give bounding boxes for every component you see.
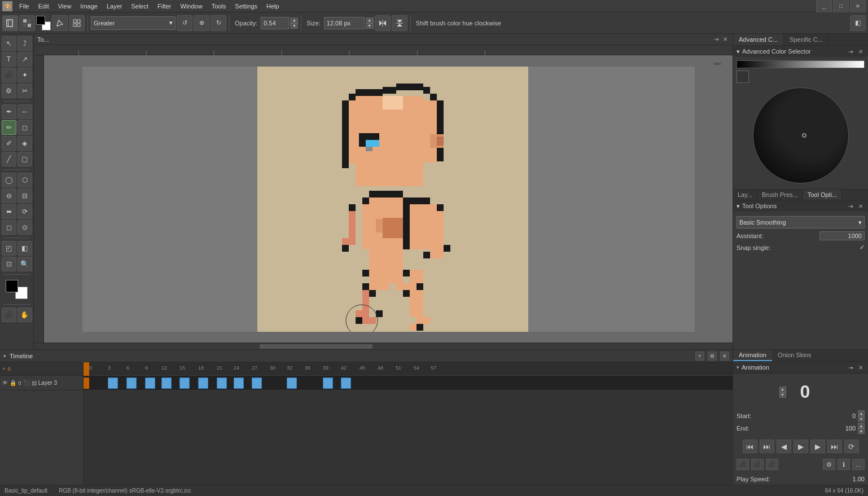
window-minimize-btn[interactable]: _ — [816, 0, 832, 14]
tool-transform2[interactable]: ⬛ — [2, 308, 16, 322]
loop-btn[interactable]: ⟳ — [844, 440, 859, 453]
tool-calligraphy[interactable]: ↔ — [17, 104, 32, 119]
tool-rect-select[interactable]: ▢ — [17, 152, 32, 166]
menu-edit[interactable]: Edit — [34, 2, 54, 11]
tool-filter[interactable]: ⚙ — [2, 84, 16, 98]
anim-more-icon[interactable]: … — [852, 459, 865, 470]
start-spinner[interactable]: ▲ ▼ — [858, 410, 865, 422]
tool-line[interactable]: ╱ — [2, 152, 16, 166]
advanced-color-section-header[interactable]: ▾ Advanced Color Selector ⇥ ✕ — [733, 46, 868, 57]
tool-move[interactable]: ⬌ — [2, 204, 16, 219]
gradient-bar[interactable] — [737, 60, 865, 68]
panel-toggle-btn[interactable]: ◧ — [850, 15, 866, 31]
color-section-expand[interactable]: ⇥ — [847, 47, 854, 55]
menu-select[interactable]: Select — [126, 2, 153, 11]
size-spinner[interactable]: ▲ ▼ — [366, 17, 374, 29]
layer-lock-icon[interactable]: 🔒 — [10, 380, 16, 386]
menu-file[interactable]: File — [15, 2, 34, 11]
tool-rect-ellipse[interactable]: ◻ — [2, 220, 16, 235]
keyframe-21[interactable] — [217, 378, 227, 389]
menu-settings[interactable]: Settings — [230, 2, 262, 11]
anim-expand-btn[interactable]: ⇥ — [847, 363, 854, 371]
timeline-close-btn[interactable]: ✕ — [720, 352, 729, 361]
start-down-btn[interactable]: ▼ — [858, 416, 865, 422]
tool-options-close[interactable]: ✕ — [857, 202, 865, 210]
canvas-scrollbar-h[interactable] — [34, 343, 733, 349]
menu-image[interactable]: Image — [76, 2, 102, 11]
reset-btn[interactable]: ↺ — [177, 15, 192, 31]
keyframe-24[interactable] — [234, 378, 244, 389]
go-end-btn[interactable]: ⏭ — [827, 440, 842, 453]
tool-pencil[interactable]: ✐ — [2, 136, 16, 151]
color-swatch-button[interactable] — [737, 71, 749, 83]
assistant-input[interactable] — [819, 231, 865, 240]
canvas-float-btn[interactable]: ⇥ — [712, 36, 720, 43]
foreground-color[interactable] — [6, 280, 18, 292]
tool-hand[interactable]: ✋ — [17, 308, 32, 322]
tool-transform[interactable]: ✂ — [17, 84, 32, 98]
sub-tab-brush-presets[interactable]: Brush Pres... — [757, 190, 803, 200]
menu-view[interactable]: View — [54, 2, 76, 11]
tool-polygon[interactable]: ⬡ — [17, 173, 32, 187]
tool-select-freehand[interactable]: ⤴ — [17, 36, 32, 51]
timeline-settings-btn[interactable]: ⚙ — [708, 352, 717, 361]
anim-info-icon[interactable]: ℹ — [838, 459, 850, 470]
color-pair[interactable] — [1, 280, 32, 299]
snap-check[interactable]: ✓ — [860, 244, 865, 251]
opacity-down-btn[interactable]: ▼ — [290, 23, 298, 29]
size-input[interactable] — [324, 17, 365, 29]
color-wheel[interactable] — [753, 87, 849, 183]
anim-add-layer-btn[interactable]: ⬛ — [737, 459, 749, 470]
sub-tab-layers[interactable]: Lay... — [733, 190, 757, 200]
frame-add-btn[interactable]: + — [2, 366, 8, 372]
flip-v-btn[interactable] — [392, 15, 407, 31]
tab-animation[interactable]: Animation — [733, 350, 772, 361]
layer-group-icon[interactable]: ▤ — [32, 380, 37, 386]
menu-layer[interactable]: Layer — [102, 2, 127, 11]
opacity-up-btn[interactable]: ▲ — [290, 17, 298, 23]
tool-zoom[interactable]: 🔍 — [17, 257, 32, 271]
frame-fwd-btn[interactable]: ▶ — [810, 440, 825, 453]
anim-delete-btn[interactable]: ⬛ — [766, 459, 778, 470]
tool-options-section-header[interactable]: ▾ Tool Options ⇥ ✕ — [733, 200, 868, 212]
color-section-close[interactable]: ✕ — [857, 47, 865, 55]
opacity-spinner[interactable]: ▲ ▼ — [290, 17, 298, 29]
tool-eraser[interactable]: ◻ — [17, 120, 32, 135]
tool-reference[interactable]: ⊟ — [17, 188, 32, 203]
size-up-btn[interactable]: ▲ — [366, 17, 374, 23]
opacity-input[interactable] — [261, 17, 289, 29]
size-down-btn[interactable]: ▼ — [366, 23, 374, 29]
art-canvas[interactable] — [257, 69, 528, 329]
flip-h-btn[interactable] — [375, 15, 391, 31]
timeline-frames[interactable]: 0 3 6 9 12 15 18 21 24 27 30 33 36 39 42… — [84, 362, 733, 485]
anim-settings-icon[interactable]: ⚙ — [823, 459, 835, 470]
tab-specific-color[interactable]: Specific C... — [784, 34, 829, 45]
keyframe-0[interactable] — [84, 378, 89, 389]
keyframe-33[interactable] — [287, 378, 297, 389]
tool-brush[interactable]: ✏ — [2, 120, 16, 135]
tool-color-sel[interactable]: ◰ — [2, 241, 16, 256]
tool-magic-wand[interactable]: ◧ — [17, 241, 32, 256]
anim-close-btn[interactable]: ✕ — [857, 363, 865, 371]
refresh-btn[interactable]: ↻ — [211, 15, 226, 31]
tool-text[interactable]: T — [2, 52, 16, 67]
sub-tab-tool-options[interactable]: Tool Opti... — [803, 190, 843, 200]
menu-tools[interactable]: Tools — [207, 2, 231, 11]
end-up-btn[interactable]: ▲ — [858, 423, 865, 428]
end-spinner[interactable]: ▲ ▼ — [858, 423, 865, 434]
keyframe-39[interactable] — [323, 378, 333, 389]
center-btn[interactable]: ⊕ — [194, 15, 209, 31]
window-close-btn[interactable]: ✕ — [850, 0, 866, 14]
anim-copy-btn[interactable]: ⬛ — [751, 459, 764, 470]
tool-path[interactable]: ✒ — [2, 104, 16, 119]
start-up-btn[interactable]: ▲ — [858, 410, 865, 416]
menu-window[interactable]: Window — [176, 2, 207, 11]
color-picker-btn[interactable] — [52, 15, 68, 31]
tool-fill[interactable]: ⬛ — [2, 68, 16, 82]
tab-onion-skins[interactable]: Onion Skins — [772, 350, 817, 361]
prev-frame-btn[interactable]: ⏭ — [760, 440, 774, 453]
canvas-close-btn[interactable]: ✕ — [721, 36, 729, 43]
layer-alpha-icon[interactable]: α — [18, 380, 21, 386]
canvas-area[interactable]: | | | | | | | — [34, 45, 733, 343]
keyframe-27[interactable] — [252, 378, 262, 389]
